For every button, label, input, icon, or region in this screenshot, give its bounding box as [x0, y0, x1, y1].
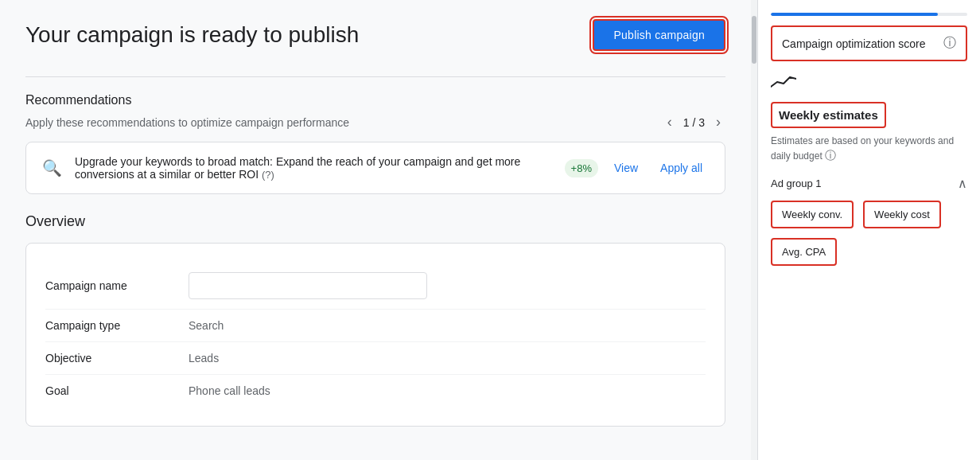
- pagination-prev-button[interactable]: ‹: [663, 112, 677, 132]
- recommendation-help-icon[interactable]: (?): [262, 169, 274, 181]
- weekly-cost-metric-box[interactable]: Weekly cost: [863, 201, 941, 228]
- objective-value: Leads: [189, 352, 219, 364]
- campaign-name-input[interactable]: [189, 272, 427, 299]
- progress-bar-fill: [771, 13, 938, 16]
- optimization-score-section: Campaign optimization score ⓘ: [771, 25, 967, 61]
- recommendations-subtitle: Apply these recommendations to optimize …: [25, 116, 349, 129]
- metric-boxes-row: Weekly conv. Weekly cost: [771, 201, 967, 228]
- scrollbar-thumb[interactable]: [752, 16, 756, 64]
- goal-label: Goal: [45, 384, 189, 397]
- weekly-conv-metric-box[interactable]: Weekly conv.: [771, 201, 854, 228]
- weekly-estimates-section: Weekly estimates Estimates are based on …: [771, 102, 967, 163]
- recommendations-title: Recommendations: [25, 93, 725, 107]
- campaign-name-row: Campaign name: [45, 263, 706, 310]
- recommendations-section: Recommendations Apply these recommendati…: [25, 93, 725, 194]
- recommendations-subtitle-row: Apply these recommendations to optimize …: [25, 112, 725, 132]
- trend-icon-container: [771, 74, 967, 92]
- recommendation-card: 🔍 Upgrade your keywords to broad match: …: [25, 142, 725, 194]
- objective-label: Objective: [45, 352, 189, 364]
- page-title: Your campaign is ready to publish: [25, 22, 359, 48]
- goal-value: Phone call leads: [189, 384, 270, 397]
- ad-group-label: Ad group 1: [771, 177, 822, 189]
- trend-icon: [771, 74, 796, 90]
- pagination-display: 1 / 3: [683, 116, 705, 129]
- recommendation-content: Upgrade your keywords to broad match: Ex…: [75, 155, 552, 181]
- campaign-type-row: Campaign type Search: [45, 310, 706, 342]
- optimization-score-label: Campaign optimization score: [782, 37, 926, 50]
- campaign-type-label: Campaign type: [45, 319, 189, 332]
- recommendation-actions: +8% View Apply all: [565, 158, 709, 177]
- overview-section: Overview Campaign name Campaign type Sea…: [25, 213, 725, 427]
- objective-row: Objective Leads: [45, 342, 706, 375]
- main-content: Your campaign is ready to publish Publis…: [0, 0, 751, 460]
- recommendation-title: Upgrade your keywords to broad match: Ex…: [75, 155, 520, 181]
- avg-cpa-metric-box[interactable]: Avg. CPA: [771, 238, 837, 266]
- recommendation-view-button[interactable]: View: [608, 158, 644, 177]
- recommendation-badge: +8%: [565, 159, 598, 177]
- campaign-name-label: Campaign name: [45, 279, 189, 292]
- pagination-next-button[interactable]: ›: [711, 112, 725, 132]
- publish-campaign-button[interactable]: Publish campaign: [593, 19, 725, 51]
- ad-group-collapse-button[interactable]: ∧: [958, 176, 967, 191]
- weekly-estimates-help-icon[interactable]: ⓘ: [825, 149, 836, 162]
- overview-title: Overview: [25, 213, 725, 230]
- progress-bar-track: [771, 13, 967, 16]
- weekly-estimates-title: Weekly estimates: [771, 102, 886, 128]
- right-sidebar: Campaign optimization score ⓘ Weekly est…: [757, 0, 980, 460]
- page-header: Your campaign is ready to publish Publis…: [25, 19, 725, 51]
- ad-group-header: Ad group 1 ∧: [771, 176, 967, 191]
- main-scrollbar[interactable]: [751, 0, 757, 460]
- pagination-controls: ‹ 1 / 3 ›: [663, 112, 725, 132]
- optimization-score-help-icon[interactable]: ⓘ: [943, 35, 956, 52]
- goal-row: Goal Phone call leads: [45, 375, 706, 407]
- weekly-estimates-subtitle: Estimates are based on your keywords and…: [771, 134, 967, 163]
- progress-bar-container: [771, 13, 967, 16]
- campaign-type-value: Search: [189, 319, 224, 332]
- search-icon: 🔍: [42, 158, 62, 177]
- recommendation-apply-button[interactable]: Apply all: [654, 158, 709, 177]
- overview-card: Campaign name Campaign type Search Objec…: [25, 243, 725, 427]
- header-divider: [25, 76, 725, 77]
